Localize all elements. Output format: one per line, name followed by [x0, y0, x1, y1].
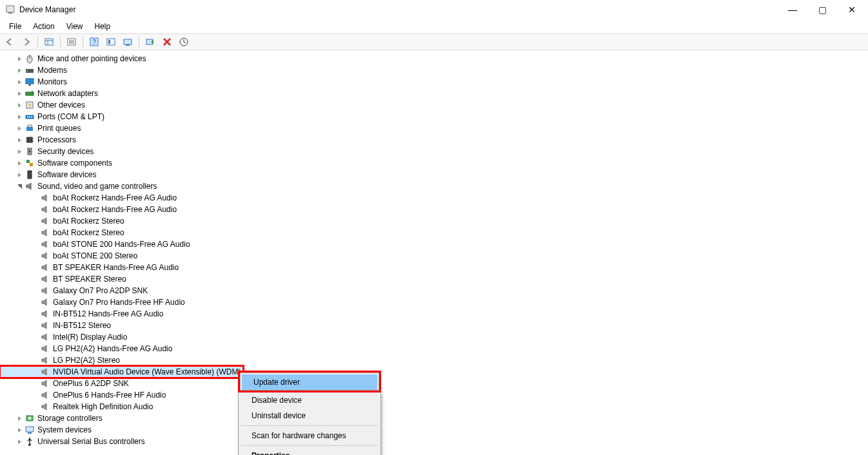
toolbar: ?	[0, 34, 868, 50]
tree-category[interactable]: Software components	[0, 157, 868, 169]
expander-icon[interactable]	[15, 68, 23, 73]
close-button[interactable]: ✕	[837, 0, 867, 19]
category-label: Universal Serial Bus controllers	[37, 437, 145, 446]
context-separator	[241, 445, 378, 446]
device-label: Realtek High Definition Audio	[53, 402, 153, 411]
device-label: boAt Rockerz Stereo	[53, 217, 124, 226]
update-driver-button[interactable]	[177, 35, 191, 49]
expander-icon[interactable]	[15, 439, 23, 445]
svg-rect-20	[26, 70, 28, 72]
svg-rect-14	[126, 44, 130, 46]
svg-rect-40	[26, 160, 30, 163]
category-label: Sound, video and game controllers	[37, 182, 157, 191]
tree-device[interactable]: Intel(R) Display Audio	[0, 331, 868, 343]
tree-device[interactable]: boAt Rockerz Hands-Free AG Audio	[0, 204, 868, 215]
svg-rect-22	[28, 84, 31, 86]
tree-device[interactable]: boAt STONE 200 Stereo	[0, 250, 868, 262]
tree-category[interactable]: Ports (COM & LPT)	[0, 111, 868, 122]
context-properties[interactable]: Properties	[240, 448, 379, 455]
tree-category[interactable]: Universal Serial Bus controllers	[0, 436, 868, 447]
expander-icon[interactable]	[15, 79, 23, 85]
context-scan-for-hardware-changes[interactable]: Scan for hardware changes	[240, 428, 379, 443]
context-disable-device[interactable]: Disable device	[240, 392, 379, 408]
tree-device[interactable]: OnePlus 6 Hands-Free HF Audio	[0, 389, 868, 401]
monitor-icon	[25, 77, 35, 87]
tree-category[interactable]: Sound, video and game controllers	[0, 180, 868, 192]
tree-device[interactable]: IN-BT512 Stereo	[0, 320, 868, 331]
expander-icon[interactable]	[15, 427, 23, 433]
tree-category[interactable]: System devices	[0, 424, 868, 436]
tree-device[interactable]: LG PH2(A2) Stereo	[0, 354, 868, 366]
uninstall-device-button[interactable]	[160, 35, 174, 49]
tree-device[interactable]: IN-BT512 Hands-Free AG Audio	[0, 308, 868, 320]
expander-icon[interactable]	[15, 102, 23, 108]
forward-button[interactable]	[19, 35, 34, 49]
tree-category[interactable]: Network adapters	[0, 88, 868, 99]
tree-category[interactable]: Modems	[0, 64, 868, 76]
device-tree[interactable]: Mice and other pointing devicesModemsMon…	[0, 50, 868, 455]
svg-rect-24	[32, 91, 33, 92]
sound-device-icon	[40, 274, 50, 284]
tree-category[interactable]: Software devices	[0, 169, 868, 180]
tree-device[interactable]: boAt STONE 200 Hands-Free AG Audio	[0, 238, 868, 250]
tree-device[interactable]: Galaxy On7 Pro Hands-Free HF Audio	[0, 296, 868, 308]
maximize-button[interactable]: ▢	[807, 0, 837, 19]
tree-device[interactable]: boAt Rockerz Stereo	[0, 227, 868, 238]
network-icon	[25, 88, 35, 99]
device-label: OnePlus 6 A2DP SNK	[53, 379, 129, 388]
menu-action[interactable]: Action	[28, 21, 59, 32]
svg-text:?: ?	[92, 39, 96, 46]
expander-icon[interactable]	[15, 56, 23, 62]
help-button[interactable]: ?	[87, 35, 101, 49]
expander-icon[interactable]	[15, 126, 23, 131]
expander-icon[interactable]	[15, 172, 23, 178]
tree-device[interactable]: Galaxy On7 Pro A2DP SNK	[0, 285, 868, 296]
scan-hardware-button[interactable]	[121, 35, 135, 49]
tree-device[interactable]: boAt Rockerz Hands-Free AG Audio	[0, 192, 868, 204]
tree-device[interactable]: OnePlus 6 A2DP SNK	[0, 378, 868, 389]
expander-icon[interactable]	[15, 149, 23, 155]
tree-device[interactable]: Realtek High Definition Audio	[0, 401, 868, 412]
tree-device[interactable]: BT SPEAKER Hands-Free AG Audio	[0, 262, 868, 273]
menu-view[interactable]: View	[61, 21, 88, 32]
tree-category[interactable]: Monitors	[0, 76, 868, 88]
tree-category[interactable]: Processors	[0, 134, 868, 146]
context-update-driver[interactable]: Update driver	[242, 374, 377, 390]
expander-icon[interactable]	[15, 137, 23, 143]
properties-button[interactable]	[64, 35, 79, 49]
tree-device[interactable]: NVIDIA Virtual Audio Device (Wave Extens…	[0, 366, 243, 378]
tree-category[interactable]: ?Other devices	[0, 99, 868, 111]
expander-icon[interactable]	[15, 160, 23, 166]
svg-point-39	[29, 151, 30, 152]
tree-category[interactable]: Mice and other pointing devices	[0, 53, 868, 64]
storage-icon	[25, 413, 35, 423]
menu-help[interactable]: Help	[90, 21, 116, 32]
device-label: LG PH2(A2) Hands-Free AG Audio	[53, 344, 172, 353]
action-button[interactable]	[104, 35, 118, 49]
tree-category[interactable]: Storage controllers	[0, 412, 868, 424]
context-uninstall-device[interactable]: Uninstall device	[240, 408, 379, 423]
svg-point-29	[29, 117, 30, 118]
tree-category[interactable]: Print queues	[0, 122, 868, 134]
svg-text:?: ?	[28, 102, 31, 109]
sound-device-icon	[40, 193, 50, 203]
device-label: boAt STONE 200 Hands-Free AG Audio	[53, 240, 190, 249]
tree-device[interactable]: LG PH2(A2) Hands-Free AG Audio	[0, 343, 868, 354]
sound-device-icon	[40, 390, 50, 400]
expander-icon[interactable]	[15, 184, 23, 189]
sound-device-icon	[40, 216, 50, 226]
tree-device[interactable]: boAt Rockerz Stereo	[0, 215, 868, 227]
menu-file[interactable]: File	[4, 21, 26, 32]
expander-icon[interactable]	[15, 114, 23, 120]
minimize-button[interactable]: —	[778, 0, 807, 19]
sound-device-icon	[40, 332, 50, 342]
tree-category[interactable]: Security devices	[0, 146, 868, 157]
category-label: Ports (COM & LPT)	[37, 112, 104, 121]
expander-icon[interactable]	[15, 91, 23, 97]
expander-icon[interactable]	[15, 416, 23, 421]
show-hide-tree-button[interactable]	[42, 35, 56, 49]
back-button[interactable]	[3, 35, 17, 49]
enable-device-button[interactable]	[143, 35, 157, 49]
tree-device[interactable]: BT SPEAKER Stereo	[0, 273, 868, 285]
window-controls: — ▢ ✕	[778, 0, 867, 19]
